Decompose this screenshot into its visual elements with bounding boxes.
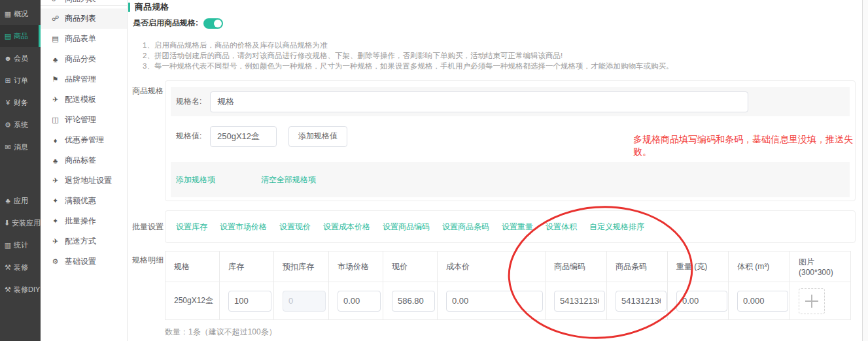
sidebar-item-orders[interactable]: ⊞订单 (0, 69, 41, 91)
red-annotation-text: 多规格商品填写编码和条码，基础信息里没填，推送失败。 (633, 133, 861, 158)
share-nodes-icon: ☍ (50, 0, 60, 3)
price-input[interactable] (392, 291, 435, 312)
sidebar-item-label: 会员 (14, 54, 28, 63)
spec-value-label: 规格值: (176, 131, 210, 142)
sidebar-item-install-apps[interactable]: ⬇安装应用 (0, 212, 41, 234)
image-upload-plus-button[interactable] (799, 288, 825, 314)
custom-spec-sort-link[interactable]: 自定义规格排序 (589, 221, 644, 233)
sidebar2-item-delivery-method[interactable]: ✈配送方式 (41, 231, 127, 252)
sidebar-item-decorate-diy[interactable]: ⚒装修DIY (0, 278, 41, 300)
volume-input[interactable] (737, 291, 788, 312)
market-price-input[interactable] (338, 291, 381, 312)
set-cost-price-link[interactable]: 设置成本价格 (323, 221, 370, 233)
note-line: 2、拼团活动创建后的商品，请勿对该商品进行修改规格、下架、删除等操作，否则影响下… (143, 50, 673, 61)
sidebar-item-statistics[interactable]: ▥统计 (0, 234, 41, 256)
sidebar2-item-return-address[interactable]: ✈退货地址设置 (41, 170, 127, 191)
document-icon: ▤ (50, 35, 60, 43)
sidebar2-item-coupons[interactable]: ♦优惠券管理 (41, 130, 127, 150)
set-price-link[interactable]: 设置现价 (279, 221, 311, 233)
clear-all-spec-link[interactable]: 清空全部规格项 (261, 174, 316, 186)
spec-value-input[interactable] (210, 126, 277, 147)
set-goods-barcode-link[interactable]: 设置商品条码 (442, 221, 489, 233)
sidebar-item-decorate[interactable]: ⚒装修 (0, 256, 41, 278)
sidebar2-item-label: 基础设置 (65, 256, 96, 267)
sidebar2-item-label: 商品表单 (65, 33, 96, 44)
primary-sidebar: ▦概况 ▤商品 ☻会员 ⊞订单 ¥财务 ⚙系统 ✉消息 ♣应用 ⬇安装应用 ▥统… (0, 0, 41, 341)
spec-group-label: 商品规格 (132, 86, 164, 97)
add-spec-item-link[interactable]: 添加规格项 (176, 174, 215, 186)
enable-spec-label: 是否启用商品规格: (133, 18, 198, 29)
comments-icon: ◫ (50, 116, 60, 124)
sidebar2-item-label: 评论管理 (65, 114, 96, 125)
enable-spec-toggle[interactable] (203, 18, 223, 29)
sidebar-item-label: 装修 (14, 263, 28, 272)
goods-code-input[interactable] (554, 291, 605, 312)
truck-icon: ✈ (50, 237, 60, 246)
sidebar2-item-label: 满额优惠 (65, 195, 96, 206)
col-weight: 重量 (克) (668, 252, 729, 282)
secondary-sidebar: ☍商品列表 ☍商品列表 ▤商品表单 ♣商品分类 ⚑品牌管理 ✈配送模板 ◫评论管… (41, 0, 128, 341)
stats-chart-icon: ▥ (3, 241, 12, 250)
stock-input[interactable] (228, 291, 271, 312)
weight-input[interactable] (676, 291, 727, 312)
set-volume-link[interactable]: 设置体积 (546, 221, 577, 233)
note-line: 1、启用商品规格后，商品的价格及库存以商品规格为准 (143, 40, 673, 50)
sidebar-item-goods[interactable]: ▤商品 (0, 25, 41, 47)
truck-icon: ✈ (50, 176, 60, 185)
sidebar-item-label: 财务 (14, 98, 28, 108)
add-spec-value-button[interactable]: 添加规格值 (288, 126, 347, 147)
sidebar2-item-basic-settings[interactable]: ⚙基础设置 (41, 252, 127, 272)
messages-bubble-icon: ✉ (3, 143, 12, 152)
cost-price-input[interactable] (446, 291, 543, 312)
sidebar2-item-full-discount[interactable]: ✦满额优惠 (41, 191, 127, 211)
sidebar2-item-goods-tags[interactable]: ♣商品标签 (41, 150, 127, 170)
sidebar2-item-label: 商品标签 (65, 155, 96, 166)
main-content: 商品规格 是否启用商品规格: 1、启用商品规格后，商品的价格及库存以商品规格为准… (128, 0, 868, 341)
overview-grid-icon: ▦ (3, 10, 12, 18)
sidebar-item-apps[interactable]: ♣应用 (0, 189, 41, 212)
sidebar2-item-label: 商品列表 (65, 0, 96, 5)
spec-detail-table: 规格 库存 预扣库存 市场价格 现价 成本价 商品编码 商品条码 重量 (克) … (165, 251, 851, 320)
enable-spec-row: 是否启用商品规格: (133, 18, 223, 29)
sidebar2-clipped-item[interactable]: ☍商品列表 (41, 0, 127, 5)
set-weight-link[interactable]: 设置重量 (502, 221, 533, 233)
sidebar2-item-brand[interactable]: ⚑品牌管理 (41, 69, 127, 89)
finance-yen-icon: ¥ (3, 99, 12, 106)
decorate-diy-hammer-icon: ⚒ (3, 285, 12, 294)
sidebar2-item-delivery-template[interactable]: ✈配送模板 (41, 89, 127, 110)
sidebar-item-overview[interactable]: ▦概况 (0, 3, 41, 25)
goods-barcode-input[interactable] (616, 291, 667, 312)
sidebar-group-gap (0, 158, 41, 189)
sidebar-item-system[interactable]: ⚙系统 (0, 114, 41, 136)
spec-name-input[interactable] (210, 91, 748, 112)
col-goods-barcode: 商品条码 (607, 252, 668, 282)
sidebar2-item-label: 商品列表 (65, 13, 96, 24)
sidebar2-item-batch-operation[interactable]: ✦批量操作 (41, 211, 127, 231)
sidebar-item-label: 商品 (14, 31, 28, 41)
col-withhold-stock: 预扣库存 (274, 252, 329, 282)
set-stock-link[interactable]: 设置库存 (176, 221, 207, 233)
vertical-scrollbar[interactable] (862, 0, 868, 341)
col-price: 现价 (383, 252, 438, 282)
sidebar-item-members[interactable]: ☻会员 (0, 47, 41, 69)
tags-tree-icon: ♣ (50, 157, 60, 165)
coupon-tag-icon: ♦ (50, 137, 60, 144)
sidebar2-item-label: 品牌管理 (65, 74, 96, 85)
sidebar2-item-goods-category[interactable]: ♣商品分类 (41, 49, 127, 69)
sidebar2-item-goods-form[interactable]: ▤商品表单 (41, 29, 127, 49)
cell-spec: 250gX12盒 (165, 282, 220, 320)
set-goods-code-link[interactable]: 设置商品编码 (383, 221, 430, 233)
set-market-price-link[interactable]: 设置市场价格 (220, 221, 267, 233)
batch-settings-label: 批量设置 (132, 221, 164, 233)
sidebar2-item-goods-list[interactable]: ☍商品列表 (41, 8, 127, 29)
table-row: 250gX12盒 (165, 282, 851, 320)
sidebar2-item-comments[interactable]: ◫评论管理 (41, 110, 127, 130)
sidebar-item-label: 系统 (14, 120, 28, 130)
batch-settings-box: 设置库存 设置市场价格 设置现价 设置成本价格 设置商品编码 设置商品条码 设置… (165, 210, 856, 243)
system-gear-icon: ⚙ (3, 121, 12, 129)
col-spec: 规格 (165, 252, 220, 282)
sidebar-item-label: 概况 (14, 9, 28, 19)
sidebar-item-finance[interactable]: ¥财务 (0, 91, 41, 114)
spec-detail-label: 规格明细 (132, 255, 164, 266)
sidebar-item-messages[interactable]: ✉消息 (0, 136, 41, 158)
